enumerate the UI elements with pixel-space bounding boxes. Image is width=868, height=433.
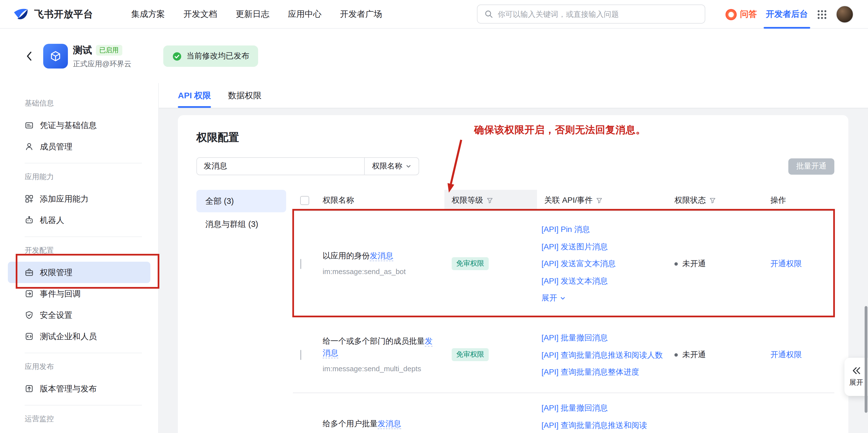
nav-right: 问答 开发者后台 xyxy=(725,0,854,29)
related-apis-cell: [API] 批量撤回消息 [API] 查询批量消息推送和阅读人数 [API] 查… xyxy=(537,329,669,380)
app-header-bar: 测试 已启用 正式应用@环界云 当前修改均已发布 xyxy=(0,29,868,83)
api-link[interactable]: [API] Pin 消息 xyxy=(541,221,669,238)
nav-item-devplaza[interactable]: 开发者广场 xyxy=(340,9,382,19)
brand-logo[interactable]: 飞书开放平台 xyxy=(12,6,93,23)
select-all-checkbox[interactable] xyxy=(300,196,309,205)
sidebar: 基础信息 凭证与基础信息 成员管理 应用能力 添加应用能力 机器人 开发配置 权… xyxy=(0,83,159,433)
search-input[interactable] xyxy=(498,10,698,18)
tab-api-permission[interactable]: API 权限 xyxy=(178,83,211,108)
col-status: 权限状态 xyxy=(669,195,764,205)
nav-links: 集成方案 开发文档 更新日志 应用中心 开发者广场 xyxy=(131,9,382,19)
row-checkbox[interactable] xyxy=(300,259,301,269)
sidebar-item-label: 版本管理与发布 xyxy=(40,383,97,394)
permission-name-cell: 给一个或多个部门的成员批量发消息 im:message:send_multi_d… xyxy=(315,335,444,374)
api-link[interactable]: [API] 发送文本消息 xyxy=(541,272,669,289)
app-meta: 测试 已启用 正式应用@环界云 xyxy=(73,44,131,69)
sidebar-item-label: 安全设置 xyxy=(40,310,72,320)
sidebar-divider xyxy=(25,353,142,353)
screen: 飞书开放平台 集成方案 开发文档 更新日志 应用中心 开发者广场 问答 开发者后… xyxy=(0,0,868,433)
tab-developer-console[interactable]: 开发者后台 xyxy=(766,0,808,29)
expand-apis-link[interactable]: 展开 xyxy=(541,289,669,307)
api-link[interactable]: [API] 查询批量消息整体进度 xyxy=(541,363,669,380)
batch-enable-button[interactable]: 批量开通 xyxy=(788,158,834,174)
sidebar-item-add-capability[interactable]: 添加应用能力 xyxy=(8,188,150,209)
release-icon xyxy=(25,384,34,393)
sidebar-item-label: 添加应用能力 xyxy=(40,194,89,204)
filter-funnel-icon[interactable] xyxy=(487,197,493,204)
api-link[interactable]: [API] 查询批量消息推送和阅读人数 xyxy=(541,346,669,363)
enable-permission-link[interactable]: 开通权限 xyxy=(764,350,834,360)
sidebar-item-version-release[interactable]: 版本管理与发布 xyxy=(8,378,150,399)
status-dot-icon xyxy=(675,262,678,265)
chevron-down-icon xyxy=(406,164,411,169)
event-callback-icon xyxy=(25,289,34,298)
level-badge: 免审权限 xyxy=(452,348,489,361)
api-link[interactable]: [API] 发送富文本消息 xyxy=(541,255,669,272)
table-header: 权限名称 权限等级 关联 API/事件 权限状态 xyxy=(293,190,834,211)
sidebar-item-security[interactable]: 安全设置 xyxy=(8,305,150,326)
main-content: API 权限 数据权限 权限配置 权限名称 批量开通 全部 (3) 消息与群组 … xyxy=(159,83,868,433)
permission-scope: im:message:send_multi_depts xyxy=(322,363,439,374)
sidebar-item-credentials[interactable]: 凭证与基础信息 xyxy=(8,115,150,136)
sidebar-item-events[interactable]: 事件与回调 xyxy=(8,283,150,305)
api-link[interactable]: [API] 批量撤回消息 xyxy=(541,329,669,346)
related-apis-cell: [API] Pin 消息 [API] 发送图片消息 [API] 发送富文本消息 … xyxy=(537,221,669,307)
permission-name-link[interactable]: 发消息 xyxy=(370,251,393,261)
nav-item-changelog[interactable]: 更新日志 xyxy=(236,9,269,19)
apps-grid-icon[interactable] xyxy=(817,9,827,19)
table-row: 给一个或多个部门的成员批量发消息 im:message:send_multi_d… xyxy=(293,317,834,393)
app-icon xyxy=(43,44,68,68)
permission-tabs: API 权限 数据权限 xyxy=(159,83,868,108)
search-field-label: 权限名称 xyxy=(372,161,402,171)
chevron-down-icon xyxy=(560,295,565,301)
permission-search-input[interactable] xyxy=(197,158,364,175)
nav-item-docs[interactable]: 开发文档 xyxy=(184,9,217,19)
permission-scope: im:message:send_as_bot xyxy=(322,266,439,278)
back-button[interactable] xyxy=(26,51,32,61)
sidebar-section-basic: 基础信息 xyxy=(0,95,158,111)
api-link[interactable]: [API] 查询批量消息推送和阅读 xyxy=(541,416,669,433)
filter-funnel-icon[interactable] xyxy=(596,197,603,204)
add-capability-icon xyxy=(25,194,34,203)
row-checkbox[interactable] xyxy=(300,350,301,360)
permission-name-link[interactable]: 发消息 xyxy=(378,419,401,429)
nav-item-integration[interactable]: 集成方案 xyxy=(131,9,165,19)
check-circle-icon xyxy=(172,51,182,61)
sidebar-item-label: 成员管理 xyxy=(40,141,72,152)
api-link[interactable]: [API] 批量撤回消息 xyxy=(541,399,669,416)
avatar[interactable] xyxy=(836,6,854,23)
sidebar-item-label: 事件与回调 xyxy=(40,288,81,299)
page-title: 权限配置 xyxy=(196,115,830,145)
filter-funnel-icon[interactable] xyxy=(709,197,716,204)
related-apis-cell: [API] 批量撤回消息 [API] 查询批量消息推送和阅读 xyxy=(537,393,669,433)
sidebar-section-release: 应用发布 xyxy=(0,359,158,375)
col-action: 操作 xyxy=(764,195,834,205)
top-nav: 飞书开放平台 集成方案 开发文档 更新日志 应用中心 开发者广场 问答 开发者后… xyxy=(0,0,868,29)
sidebar-item-label: 凭证与基础信息 xyxy=(40,120,97,131)
sidebar-item-bot[interactable]: 机器人 xyxy=(8,209,150,231)
tab-data-permission[interactable]: 数据权限 xyxy=(228,83,261,108)
sidebar-item-permissions[interactable]: 权限管理 xyxy=(8,262,150,283)
sidebar-divider xyxy=(25,405,142,405)
sidebar-section-devconfig: 开发配置 xyxy=(0,242,158,258)
sidebar-item-members[interactable]: 成员管理 xyxy=(8,136,150,157)
vertical-scrollbar[interactable] xyxy=(865,306,867,413)
category-all[interactable]: 全部 (3) xyxy=(196,190,286,212)
table-row: 给多个用户批量发消息 [API] 批量撤回消息 [API] 查询批量消息推送和阅… xyxy=(293,393,834,433)
enable-permission-link[interactable]: 开通权限 xyxy=(764,259,834,269)
sidebar-item-test-org[interactable]: 测试企业和人员 xyxy=(8,326,150,347)
global-search[interactable] xyxy=(477,4,705,24)
qa-link[interactable]: 问答 xyxy=(725,9,757,20)
qa-label: 问答 xyxy=(740,9,757,20)
bot-icon xyxy=(25,216,34,225)
sidebar-item-label: 权限管理 xyxy=(40,267,72,278)
search-field-select[interactable]: 权限名称 xyxy=(364,158,418,175)
sidebar-divider xyxy=(25,163,142,164)
sidebar-section-capability: 应用能力 xyxy=(0,169,158,185)
api-link[interactable]: [API] 发送图片消息 xyxy=(541,238,669,255)
app-name: 测试 xyxy=(73,44,92,56)
category-messages-groups[interactable]: 消息与群组 (3) xyxy=(196,213,286,235)
app-subtitle: 正式应用@环界云 xyxy=(73,59,131,69)
credential-icon xyxy=(25,121,34,130)
nav-item-appcenter[interactable]: 应用中心 xyxy=(288,9,321,19)
